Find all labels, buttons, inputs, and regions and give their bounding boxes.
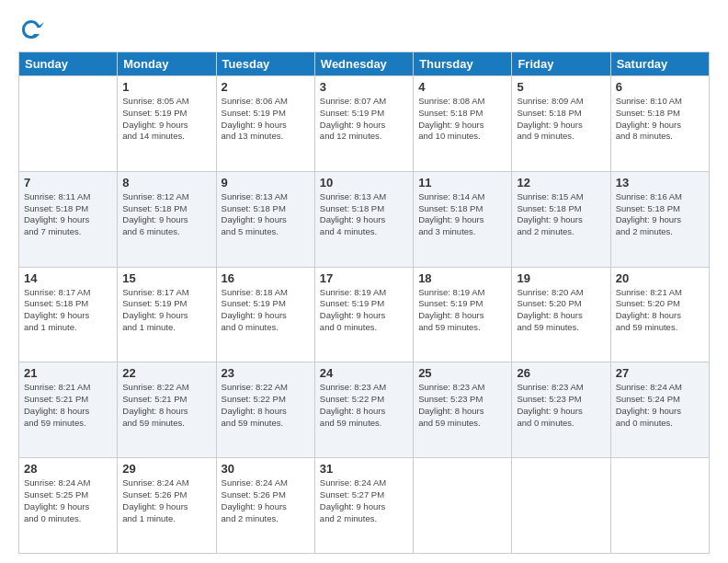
page: SundayMondayTuesdayWednesdayThursdayFrid… [0,0,728,563]
day-info: Sunrise: 8:09 AM Sunset: 5:18 PM Dayligh… [517,96,605,143]
day-number: 13 [616,176,704,190]
day-number: 15 [122,271,210,285]
calendar-cell: 25Sunrise: 8:23 AM Sunset: 5:23 PM Dayli… [414,362,512,458]
calendar-cell: 20Sunrise: 8:21 AM Sunset: 5:20 PM Dayli… [610,267,709,362]
calendar-cell [414,458,512,554]
calendar-cell: 11Sunrise: 8:14 AM Sunset: 5:18 PM Dayli… [414,171,512,267]
calendar-cell: 26Sunrise: 8:23 AM Sunset: 5:23 PM Dayli… [512,362,610,458]
day-number: 5 [517,80,605,94]
logo-icon [18,17,44,42]
header-tuesday: Tuesday [216,52,314,76]
day-number: 21 [24,366,112,380]
header-friday: Friday [512,52,610,76]
week-row-2: 14Sunrise: 8:17 AM Sunset: 5:18 PM Dayli… [19,267,710,362]
day-info: Sunrise: 8:11 AM Sunset: 5:18 PM Dayligh… [24,191,112,238]
day-number: 4 [418,80,506,94]
calendar-cell: 27Sunrise: 8:24 AM Sunset: 5:24 PM Dayli… [610,362,709,458]
day-info: Sunrise: 8:24 AM Sunset: 5:27 PM Dayligh… [320,477,408,524]
day-number: 18 [418,271,506,285]
day-number: 25 [418,366,506,380]
calendar-cell: 14Sunrise: 8:17 AM Sunset: 5:18 PM Dayli… [19,267,118,362]
calendar-cell: 17Sunrise: 8:19 AM Sunset: 5:19 PM Dayli… [314,267,413,362]
logo [18,17,48,42]
day-info: Sunrise: 8:07 AM Sunset: 5:19 PM Dayligh… [320,96,408,143]
calendar-cell: 21Sunrise: 8:21 AM Sunset: 5:21 PM Dayli… [19,362,118,458]
day-info: Sunrise: 8:24 AM Sunset: 5:25 PM Dayligh… [24,477,112,524]
day-number: 1 [122,80,210,94]
day-info: Sunrise: 8:19 AM Sunset: 5:19 PM Dayligh… [320,287,408,334]
day-info: Sunrise: 8:21 AM Sunset: 5:21 PM Dayligh… [24,382,112,429]
day-number: 9 [222,176,310,190]
day-info: Sunrise: 8:14 AM Sunset: 5:18 PM Dayligh… [418,191,506,238]
day-number: 27 [616,366,704,380]
calendar-cell: 12Sunrise: 8:15 AM Sunset: 5:18 PM Dayli… [512,171,610,267]
week-row-0: 1Sunrise: 8:05 AM Sunset: 5:19 PM Daylig… [19,76,710,172]
day-info: Sunrise: 8:21 AM Sunset: 5:20 PM Dayligh… [616,287,704,334]
day-number: 7 [24,176,112,190]
calendar-cell: 2Sunrise: 8:06 AM Sunset: 5:19 PM Daylig… [216,76,314,172]
day-number: 26 [517,366,605,380]
calendar-cell: 8Sunrise: 8:12 AM Sunset: 5:18 PM Daylig… [118,171,216,267]
day-number: 11 [418,176,506,190]
day-number: 31 [320,462,408,476]
calendar-cell: 16Sunrise: 8:18 AM Sunset: 5:19 PM Dayli… [216,267,314,362]
day-info: Sunrise: 8:20 AM Sunset: 5:20 PM Dayligh… [517,287,605,334]
calendar-cell [512,458,610,554]
day-number: 12 [517,176,605,190]
day-info: Sunrise: 8:23 AM Sunset: 5:23 PM Dayligh… [418,382,506,429]
day-number: 23 [222,366,310,380]
calendar-cell: 10Sunrise: 8:13 AM Sunset: 5:18 PM Dayli… [314,171,413,267]
day-number: 24 [320,366,408,380]
calendar-cell [610,458,709,554]
day-number: 19 [517,271,605,285]
calendar-cell: 30Sunrise: 8:24 AM Sunset: 5:26 PM Dayli… [216,458,314,554]
day-info: Sunrise: 8:16 AM Sunset: 5:18 PM Dayligh… [616,191,704,238]
header-wednesday: Wednesday [314,52,413,76]
calendar-cell: 15Sunrise: 8:17 AM Sunset: 5:19 PM Dayli… [118,267,216,362]
calendar-cell: 3Sunrise: 8:07 AM Sunset: 5:19 PM Daylig… [314,76,413,172]
week-row-1: 7Sunrise: 8:11 AM Sunset: 5:18 PM Daylig… [19,171,710,267]
day-info: Sunrise: 8:05 AM Sunset: 5:19 PM Dayligh… [122,96,210,143]
header-saturday: Saturday [610,52,709,76]
day-number: 10 [320,176,408,190]
day-number: 29 [122,462,210,476]
day-info: Sunrise: 8:22 AM Sunset: 5:21 PM Dayligh… [122,382,210,429]
day-number: 17 [320,271,408,285]
day-number: 30 [222,462,310,476]
day-info: Sunrise: 8:15 AM Sunset: 5:18 PM Dayligh… [517,191,605,238]
calendar-cell: 19Sunrise: 8:20 AM Sunset: 5:20 PM Dayli… [512,267,610,362]
day-info: Sunrise: 8:13 AM Sunset: 5:18 PM Dayligh… [222,191,310,238]
week-row-4: 28Sunrise: 8:24 AM Sunset: 5:25 PM Dayli… [19,458,710,554]
calendar-cell [19,76,118,172]
day-info: Sunrise: 8:24 AM Sunset: 5:26 PM Dayligh… [222,477,310,524]
calendar-cell: 22Sunrise: 8:22 AM Sunset: 5:21 PM Dayli… [118,362,216,458]
calendar-cell: 1Sunrise: 8:05 AM Sunset: 5:19 PM Daylig… [118,76,216,172]
calendar-cell: 6Sunrise: 8:10 AM Sunset: 5:18 PM Daylig… [610,76,709,172]
header-sunday: Sunday [19,52,118,76]
header-thursday: Thursday [414,52,512,76]
day-info: Sunrise: 8:10 AM Sunset: 5:18 PM Dayligh… [616,96,704,143]
day-info: Sunrise: 8:08 AM Sunset: 5:18 PM Dayligh… [418,96,506,143]
day-number: 2 [222,80,310,94]
header [18,17,710,42]
day-info: Sunrise: 8:12 AM Sunset: 5:18 PM Dayligh… [122,191,210,238]
calendar-cell: 13Sunrise: 8:16 AM Sunset: 5:18 PM Dayli… [610,171,709,267]
day-number: 6 [616,80,704,94]
day-number: 14 [24,271,112,285]
calendar-cell: 9Sunrise: 8:13 AM Sunset: 5:18 PM Daylig… [216,171,314,267]
day-info: Sunrise: 8:24 AM Sunset: 5:24 PM Dayligh… [616,382,704,429]
day-info: Sunrise: 8:24 AM Sunset: 5:26 PM Dayligh… [122,477,210,524]
calendar-cell: 23Sunrise: 8:22 AM Sunset: 5:22 PM Dayli… [216,362,314,458]
calendar-cell: 18Sunrise: 8:19 AM Sunset: 5:19 PM Dayli… [414,267,512,362]
calendar-table: SundayMondayTuesdayWednesdayThursdayFrid… [18,52,710,554]
day-info: Sunrise: 8:23 AM Sunset: 5:23 PM Dayligh… [517,382,605,429]
day-info: Sunrise: 8:13 AM Sunset: 5:18 PM Dayligh… [320,191,408,238]
calendar-cell: 28Sunrise: 8:24 AM Sunset: 5:25 PM Dayli… [19,458,118,554]
calendar-cell: 29Sunrise: 8:24 AM Sunset: 5:26 PM Dayli… [118,458,216,554]
calendar-cell: 31Sunrise: 8:24 AM Sunset: 5:27 PM Dayli… [314,458,413,554]
day-number: 16 [222,271,310,285]
day-number: 28 [24,462,112,476]
day-info: Sunrise: 8:18 AM Sunset: 5:19 PM Dayligh… [222,287,310,334]
day-info: Sunrise: 8:22 AM Sunset: 5:22 PM Dayligh… [222,382,310,429]
week-row-3: 21Sunrise: 8:21 AM Sunset: 5:21 PM Dayli… [19,362,710,458]
